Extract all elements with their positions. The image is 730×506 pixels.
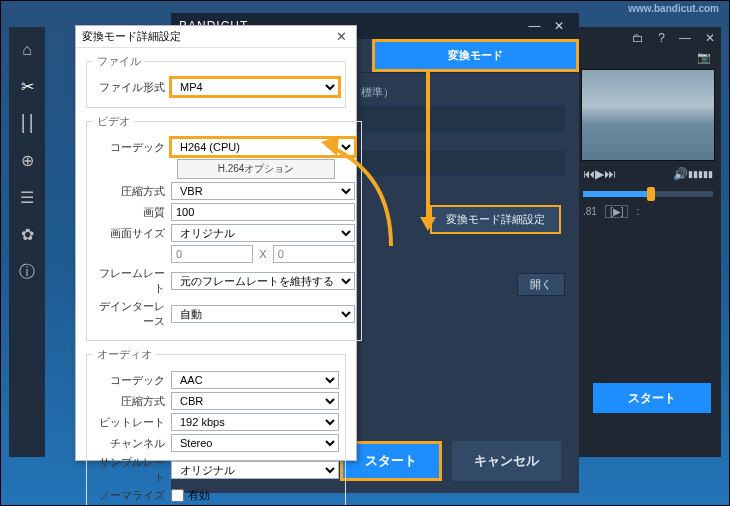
menu-icon[interactable]: ☰ xyxy=(20,188,34,207)
h264-options-button[interactable]: H.264オプション xyxy=(177,159,335,179)
deinterlace-label: デインターレース xyxy=(93,299,171,329)
minimize-icon[interactable]: — xyxy=(679,31,691,45)
split-icon[interactable]: ⎮⎮ xyxy=(19,114,35,133)
height-input[interactable] xyxy=(273,245,355,263)
tab-convert-mode[interactable]: 変換モード xyxy=(372,39,579,72)
bc-minimize-icon[interactable]: — xyxy=(523,19,547,33)
samplerate-label: サンプルレート xyxy=(93,455,171,485)
normalize-label: ノーマライズ xyxy=(93,488,171,503)
screen-size-select[interactable]: オリジナル xyxy=(171,224,355,242)
help-icon[interactable]: ? xyxy=(658,31,665,45)
channel-label: チャンネル xyxy=(93,436,171,451)
prev-icon[interactable]: ⏮ xyxy=(583,167,595,181)
play-mark[interactable]: [▶] xyxy=(605,205,629,218)
timeline-slider[interactable] xyxy=(583,191,713,197)
quality-label: 画質 xyxy=(93,205,171,220)
file-legend: ファイル xyxy=(93,54,145,69)
next-icon[interactable]: ⏭ xyxy=(604,167,616,181)
play-icon[interactable]: ▶ xyxy=(595,167,604,181)
settings-icon[interactable]: ✿ xyxy=(21,225,34,244)
audio-compress-label: 圧縮方式 xyxy=(93,394,171,409)
main-sidebar: ⌂ ✂ ⎮⎮ ⊕ ☰ ✿ ⓘ xyxy=(9,27,45,457)
bc-close-icon[interactable]: ✕ xyxy=(547,19,571,33)
audio-codec-label: コーデック xyxy=(93,373,171,388)
audio-legend: オーディオ xyxy=(93,347,156,362)
audio-compress-select[interactable]: CBR xyxy=(171,392,339,410)
preview-pane: 🗀 ? — ✕ 📷 ⏮ ▶ ⏭ 🔊 ▮▮▮▮▮ .81 [▶] : スタート xyxy=(575,27,721,457)
preview-start-button[interactable]: スタート xyxy=(593,383,711,413)
dialog-close-icon[interactable]: ✕ xyxy=(332,29,350,44)
compress-mode-select[interactable]: VBR xyxy=(171,182,355,200)
normalize-checkbox[interactable] xyxy=(171,489,184,502)
home-icon[interactable]: ⌂ xyxy=(22,41,32,59)
video-legend: ビデオ xyxy=(93,114,134,129)
samplerate-select[interactable]: オリジナル xyxy=(171,461,339,479)
compress-mode-label: 圧縮方式 xyxy=(93,184,171,199)
file-format-select[interactable]: MP4 xyxy=(171,78,339,96)
bitrate-select[interactable]: 192 kbps xyxy=(171,413,339,431)
framerate-select[interactable]: 元のフレームレートを維持する xyxy=(171,272,355,290)
watermark: www.bandicut.com xyxy=(628,3,719,14)
volume-bars[interactable]: ▮▮▮▮▮ xyxy=(688,169,713,179)
framerate-label: フレームレート xyxy=(93,266,171,296)
camera-icon[interactable]: 📷 xyxy=(697,51,711,64)
video-fieldset: ビデオ コーデック H264 (CPU) H.264オプション 圧縮方式 VBR… xyxy=(86,114,362,341)
quality-input[interactable] xyxy=(171,203,355,221)
audio-codec-select[interactable]: AAC xyxy=(171,371,339,389)
normalize-text: 有効 xyxy=(188,488,210,503)
cut-icon[interactable]: ✂ xyxy=(21,77,34,96)
video-codec-select[interactable]: H264 (CPU) xyxy=(171,138,355,156)
width-input[interactable] xyxy=(171,245,253,263)
folder-icon[interactable]: 🗀 xyxy=(632,31,644,45)
close-icon[interactable]: ✕ xyxy=(705,31,715,45)
volume-icon[interactable]: 🔊 xyxy=(673,167,688,181)
channel-select[interactable]: Stereo xyxy=(171,434,339,452)
browse-button[interactable]: 開く xyxy=(517,273,565,296)
info-icon[interactable]: ⓘ xyxy=(19,262,35,283)
settings-dialog: 変換モード詳細設定 ✕ ファイル ファイル形式 MP4 ビデオ コーデック H2… xyxy=(75,25,357,461)
mode-detail-button[interactable]: 変換モード詳細設定 xyxy=(430,205,561,234)
codec-label: コーデック xyxy=(93,140,171,155)
deinterlace-select[interactable]: 自動 xyxy=(171,305,355,323)
screen-size-label: 画面サイズ xyxy=(93,226,171,241)
timeline-thumb[interactable] xyxy=(647,187,655,201)
readout-colons: : xyxy=(636,206,639,217)
file-fieldset: ファイル ファイル形式 MP4 xyxy=(86,54,346,108)
video-preview xyxy=(581,69,715,161)
bitrate-label: ビットレート xyxy=(93,415,171,430)
time-readout: .81 xyxy=(583,206,597,217)
join-icon[interactable]: ⊕ xyxy=(21,151,34,170)
dialog-title: 変換モード詳細設定 xyxy=(82,29,181,44)
x-separator: X xyxy=(259,248,266,260)
cancel-button[interactable]: キャンセル xyxy=(452,441,561,481)
audio-fieldset: オーディオ コーデック AAC 圧縮方式 CBR ビットレート 192 kbps… xyxy=(86,347,346,506)
file-format-label: ファイル形式 xyxy=(93,80,171,95)
